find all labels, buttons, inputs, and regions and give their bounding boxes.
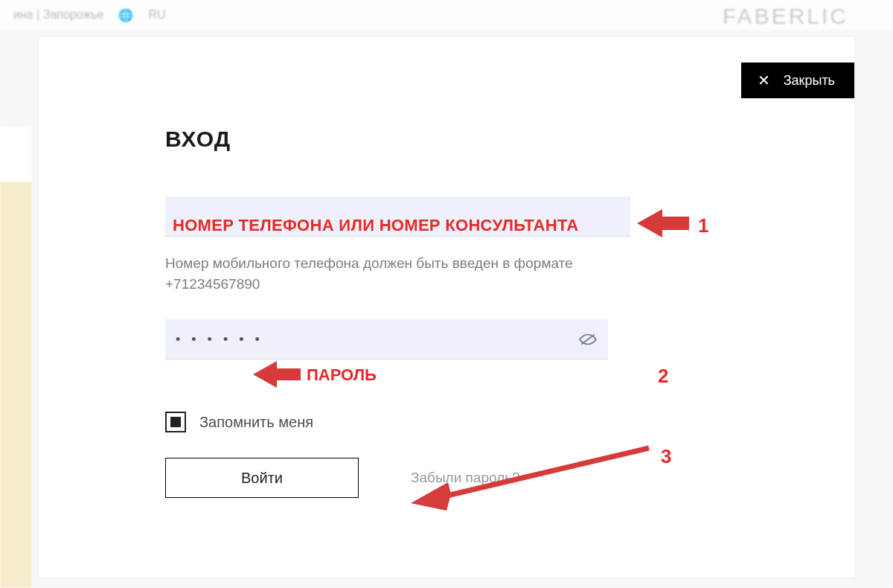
- password-field-wrap: • • • • • •: [165, 319, 608, 359]
- toggle-password-icon[interactable]: [578, 330, 598, 349]
- username-hint: Номер мобильного телефона должен быть вв…: [165, 253, 641, 294]
- brand-logo: FABERLIC: [723, 4, 848, 29]
- close-label: Закрыть: [784, 73, 835, 89]
- close-button[interactable]: ✕ Закрыть: [741, 63, 854, 98]
- annotation-arrow-2: [253, 359, 301, 390]
- svg-line-3: [441, 448, 649, 497]
- side-strip: [0, 127, 31, 588]
- globe-icon: 🌐: [118, 8, 133, 22]
- password-mask: • • • • • •: [176, 331, 263, 347]
- close-icon: ✕: [758, 73, 770, 88]
- modal-title: ВХОД: [165, 127, 686, 152]
- annotation-arrow-1: [637, 206, 689, 240]
- location-text: ина | Запорожье: [13, 8, 103, 22]
- checkbox-check-icon: [170, 417, 181, 427]
- lang-code: RU: [148, 8, 165, 22]
- remember-label: Запомнить меня: [199, 414, 313, 431]
- svg-marker-2: [253, 361, 301, 388]
- remember-checkbox[interactable]: [165, 412, 186, 432]
- username-input[interactable]: [165, 196, 630, 236]
- svg-marker-1: [637, 209, 689, 237]
- annotation-arrow-3: [411, 439, 656, 506]
- login-button[interactable]: Войти: [165, 458, 359, 498]
- username-field-wrap: [165, 196, 630, 237]
